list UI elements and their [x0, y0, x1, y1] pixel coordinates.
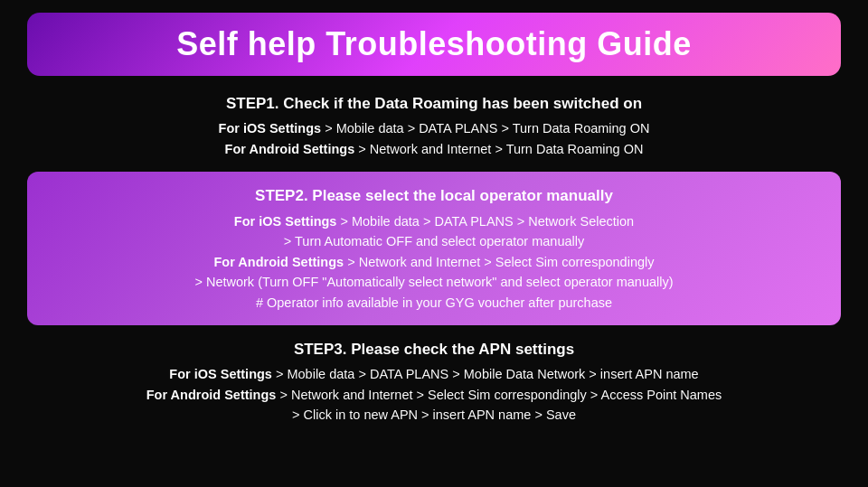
step3-line-0: For iOS Settings > Mobile data > DATA PL… [27, 364, 841, 384]
step2-line-2: For Android Settings > Network and Inter… [45, 252, 823, 272]
step3-title: STEP3. Please check the APN settings [27, 338, 841, 361]
step3-block: STEP3. Please check the APN settingsFor … [27, 338, 841, 426]
step1-line-0: For iOS Settings > Mobile data > DATA PL… [27, 118, 841, 138]
step1-title: STEP1. Check if the Data Roaming has bee… [27, 92, 841, 116]
steps-container: STEP1. Check if the Data Roaming has bee… [27, 92, 841, 426]
step1-line-1: For Android Settings > Network and Inter… [27, 139, 841, 159]
step2-line-1: > Turn Automatic OFF and select operator… [45, 231, 823, 251]
step2-line-0: For iOS Settings > Mobile data > DATA PL… [45, 211, 823, 231]
step3-line-2: > Click in to new APN > insert APN name … [27, 405, 841, 425]
page-title: Self help Troubleshooting Guide [176, 25, 692, 62]
step2-line-4: # Operator info available in your GYG vo… [45, 293, 823, 313]
step2-title: STEP2. Please select the local operator … [45, 184, 823, 208]
title-banner: Self help Troubleshooting Guide [27, 13, 841, 76]
step1-block: STEP1. Check if the Data Roaming has bee… [27, 92, 841, 159]
step3-line-1: For Android Settings > Network and Inter… [27, 385, 841, 405]
step2-block: STEP2. Please select the local operator … [27, 172, 841, 325]
step2-line-3: > Network (Turn OFF "Automatically selec… [45, 272, 823, 292]
